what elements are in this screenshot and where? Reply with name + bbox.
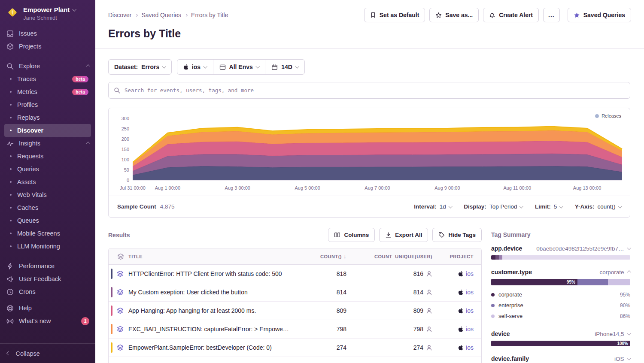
chevron-down-icon (295, 64, 299, 68)
sidebar-item-user-feedback[interactable]: User Feedback (0, 272, 95, 285)
svg-text:300: 300 (122, 116, 129, 121)
sidebar-item-requests[interactable]: Requests (4, 150, 91, 163)
environment-filter[interactable]: All Envs (213, 60, 265, 74)
collapse-button[interactable]: Collapse (0, 343, 95, 363)
breadcrumb-discover[interactable]: Discover (108, 12, 131, 18)
table-row[interactable]: App Hanging: App hanging for at least 20… (109, 302, 481, 320)
breadcrumb-saved-queries[interactable]: Saved Queries (141, 12, 181, 18)
project-link[interactable]: ios (466, 326, 474, 333)
saved-queries-button[interactable]: Saved Queries (568, 8, 631, 22)
user-icon[interactable] (426, 289, 432, 296)
sidebar-item-profiles[interactable]: Profiles (4, 98, 91, 111)
column-count[interactable]: COUNT()↓ (296, 253, 347, 260)
series-color-strip (111, 287, 112, 297)
sidebar-item-queries[interactable]: Queries (4, 163, 91, 175)
sidebar-item-replays[interactable]: Replays (4, 111, 91, 124)
project-link[interactable]: ios (466, 270, 474, 277)
issues-icon (6, 30, 14, 37)
user-icon[interactable] (426, 271, 432, 277)
project-link[interactable]: ios (466, 307, 474, 314)
sidebar-item-assets[interactable]: Assets (4, 175, 91, 188)
project-link[interactable]: ios (466, 344, 474, 351)
stacked-area-chart[interactable]: 050100150200250300Jul 31 00:00Aug 1 00:0… (113, 112, 626, 194)
tag-header-app-device[interactable]: app.device0baebc0de4982f1255f2e9e9fb7… (491, 245, 630, 252)
columns-button[interactable]: Columns (328, 228, 375, 242)
search-input[interactable] (125, 87, 625, 94)
save-as-button[interactable]: Save as... (429, 8, 479, 22)
svg-text:Jul 31 00:00: Jul 31 00:00 (120, 185, 146, 191)
chart-control-interval[interactable]: Interval:1d (414, 203, 452, 210)
svg-text:Aug 9 00:00: Aug 9 00:00 (434, 185, 460, 191)
projects-icon (6, 43, 14, 50)
event-title-link[interactable]: My Custom exeption: User clicked the but… (128, 289, 296, 296)
sidebar-item-traces[interactable]: Tracesbeta (4, 73, 91, 85)
tag-distribution-bar[interactable]: 95% (491, 279, 630, 285)
sidebar-item-insights[interactable]: Insights (0, 137, 95, 150)
tag-header-customer-type[interactable]: customer.typecorporate (491, 269, 630, 275)
dataset-select[interactable]: Dataset: Errors (108, 59, 172, 75)
tag-header-device-family[interactable]: device.familyiOS (491, 355, 630, 362)
chart-control-display[interactable]: Display:Top Period (464, 203, 523, 210)
tag-value-row[interactable]: enterprise90% (491, 300, 630, 311)
export-all-button[interactable]: Export All (379, 228, 428, 242)
chart-control-limit[interactable]: Limit:5 (535, 203, 563, 210)
count-value: 274 (296, 344, 347, 351)
layers-icon (117, 326, 124, 333)
more-options-button[interactable]: ... (543, 8, 560, 22)
sidebar-item-metrics[interactable]: Metricsbeta (4, 85, 91, 98)
sidebar-item-explore[interactable]: Explore (0, 60, 95, 73)
table-row[interactable]: HTTPClientError: HTTP Client Error with … (109, 265, 481, 283)
user-icon[interactable] (426, 308, 432, 314)
releases-legend[interactable]: Releases (595, 113, 621, 118)
chart-control-y-axis[interactable]: Y-Axis:count() (575, 203, 621, 210)
tag-value-row[interactable]: corporate95% (491, 289, 630, 300)
sidebar-item-crons[interactable]: Crons (0, 285, 95, 298)
event-title-link[interactable]: HTTPClientError: HTTP Client Error with … (128, 270, 296, 277)
org-header[interactable]: Empower Plant Jane Schmidt (0, 0, 95, 25)
tag-value-row[interactable]: self-serve86% (491, 311, 630, 321)
svg-text:100: 100 (122, 157, 129, 162)
discover-chart[interactable]: 050100150200250300Jul 31 00:00Aug 1 00:0… (113, 112, 626, 196)
column-count-unique[interactable]: COUNT_UNIQUE(USER) (347, 254, 433, 259)
bullet-icon (10, 194, 12, 196)
user-icon[interactable] (426, 326, 432, 333)
tag-summary-panel: Tag Summary app.device0baebc0de4982f1255… (491, 228, 630, 363)
column-project[interactable]: PROJECT (433, 254, 481, 259)
chart-footer: Sample Count4,875 Interval:1dDisplay:Top… (109, 196, 630, 217)
sidebar-item-help[interactable]: Help (0, 302, 95, 315)
project-filter[interactable]: ios (177, 60, 213, 74)
date-range-filter[interactable]: 14D (265, 60, 304, 74)
sidebar-item-web-vitals[interactable]: Web Vitals (4, 188, 91, 201)
table-row[interactable]: My Custom exeption: User clicked the but… (109, 283, 481, 302)
tag-distribution-bar[interactable] (491, 255, 630, 260)
project-link[interactable]: ios (466, 289, 474, 296)
table-row[interactable]: EmpowerPlant.SampleError: happyCustomer … (109, 357, 481, 363)
sidebar-item-performance[interactable]: Performance (0, 260, 95, 272)
sidebar-item-issues[interactable]: Issues (0, 27, 95, 40)
results-heading: Results (108, 232, 130, 239)
create-alert-button[interactable]: Create Alert (483, 8, 539, 22)
sidebar-item-discover[interactable]: Discover (4, 124, 91, 137)
bullet-icon (10, 207, 12, 209)
sidebar-item-queues[interactable]: Queues (4, 214, 91, 227)
tag-distribution-bar[interactable]: 100% (491, 341, 630, 346)
sidebar-item-caches[interactable]: Caches (4, 201, 91, 214)
user-icon[interactable] (426, 345, 432, 351)
event-title-link[interactable]: EXC_BAD_INSTRUCTION: captureFatalError: … (128, 326, 296, 333)
set-as-default-button[interactable]: Set as Default (364, 8, 425, 22)
hide-tags-button[interactable]: Hide Tags (432, 228, 482, 242)
sidebar-item-mobile-screens[interactable]: Mobile Screens (4, 227, 91, 240)
search-icon (114, 87, 120, 94)
series-color-strip (111, 269, 112, 279)
table-row[interactable]: EXC_BAD_INSTRUCTION: captureFatalError: … (109, 320, 481, 339)
chevron-down-icon (627, 331, 631, 335)
table-row[interactable]: EmpowerPlant.SampleError: bestDeveloper … (109, 339, 481, 357)
breadcrumb-errors-by-title[interactable]: Errors by Title (191, 12, 228, 18)
column-title[interactable]: TITLE (128, 254, 296, 259)
sidebar-item-what-s-new[interactable]: What's new1 (0, 315, 95, 327)
sidebar-item-projects[interactable]: Projects (0, 40, 95, 53)
sidebar-item-llm-monitoring[interactable]: LLM Monitoring (4, 240, 91, 253)
event-title-link[interactable]: EmpowerPlant.SampleError: bestDeveloper … (128, 344, 296, 351)
tag-header-device[interactable]: deviceiPhone14,5 (491, 330, 630, 337)
event-title-link[interactable]: App Hanging: App hanging for at least 20… (128, 307, 296, 314)
